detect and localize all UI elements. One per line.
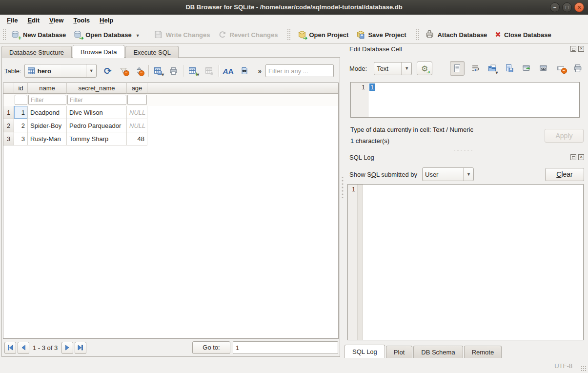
clear-sort-button[interactable]: − <box>133 64 145 77</box>
auto-apply-button[interactable]: ⚙ ➜ <box>417 62 432 75</box>
cell-name[interactable]: Rusty-Man <box>28 132 67 145</box>
resize-grip-icon[interactable] <box>581 366 587 372</box>
first-page-button[interactable] <box>4 342 16 354</box>
sort-clear-icon: − <box>136 67 142 75</box>
column-header-age[interactable]: age <box>127 83 147 94</box>
sql-log-content[interactable] <box>363 185 583 340</box>
import-cell-button[interactable]: ▼ <box>486 62 499 75</box>
set-null-button[interactable]: − <box>554 62 567 75</box>
menu-tools[interactable]: Tools <box>68 16 95 25</box>
cell-id[interactable]: 3 <box>14 132 28 145</box>
new-record-button[interactable]: + ▼ <box>186 64 199 77</box>
tab-database-structure[interactable]: Database Structure <box>1 46 72 58</box>
open-project-button[interactable]: ➜ Open Project <box>294 28 353 41</box>
cell-id[interactable]: 1 <box>14 106 28 119</box>
new-database-button[interactable]: + New Database <box>7 28 70 41</box>
cell-age[interactable]: NULL <box>127 119 147 132</box>
write-changes-button[interactable]: Write Changes <box>150 28 214 41</box>
next-page-button[interactable] <box>61 342 73 354</box>
filter-input-age[interactable] <box>127 95 147 105</box>
maximize-button[interactable]: □ <box>562 2 572 12</box>
cell-id[interactable]: 2 <box>14 119 28 132</box>
column-header-name[interactable]: name <box>28 83 67 94</box>
cell-age[interactable]: NULL <box>127 106 147 119</box>
clear-log-button[interactable]: Clear <box>545 168 584 181</box>
save-project-button[interactable]: Save Project <box>352 28 410 41</box>
open-database-dropdown-icon[interactable]: ▼ <box>136 33 140 39</box>
close-database-button[interactable]: ✖ Close Database <box>491 28 555 41</box>
set-null-icon: − <box>557 64 565 72</box>
float-dock-icon[interactable] <box>570 154 576 160</box>
menu-view[interactable]: View <box>44 16 68 25</box>
document-icon <box>453 64 462 73</box>
next-page-icon <box>64 345 70 351</box>
row-number[interactable]: 2 <box>3 119 14 132</box>
close-button[interactable]: ✕ <box>574 2 584 12</box>
tab-db-schema[interactable]: DB Schema <box>413 346 463 358</box>
close-dock-icon[interactable]: ✕ <box>578 46 584 52</box>
tab-sql-log[interactable]: SQL Log <box>345 345 385 358</box>
filter-input-name[interactable] <box>28 95 66 105</box>
close-dock-icon[interactable]: ✕ <box>578 154 584 160</box>
cell-age[interactable]: 48 <box>127 132 147 145</box>
cell-editor-content[interactable]: 1 <box>368 83 376 117</box>
tab-browse-data[interactable]: Browse Data <box>73 45 124 58</box>
minimize-button[interactable]: − <box>550 2 560 12</box>
filter-any-input[interactable] <box>265 64 334 77</box>
cell-editor[interactable]: 1 1 <box>350 82 580 118</box>
mode-label: Mode: <box>349 65 367 72</box>
vertical-splitter[interactable] <box>341 177 344 198</box>
corner-header[interactable] <box>3 83 14 94</box>
attach-database-button[interactable]: Attach Database <box>422 28 491 41</box>
menu-edit[interactable]: Edit <box>22 16 44 25</box>
cell-name[interactable]: Spider-Boy <box>28 119 67 132</box>
open-external-button[interactable] <box>520 62 533 75</box>
revert-changes-button[interactable]: Revert Changes <box>214 28 282 41</box>
float-dock-icon[interactable] <box>570 46 576 52</box>
print-table-button[interactable] <box>167 64 180 77</box>
row-number[interactable]: 3 <box>3 132 14 145</box>
cell-secret-name[interactable]: Tommy Sharp <box>67 132 127 145</box>
last-page-button[interactable] <box>75 342 86 354</box>
export-cell-button[interactable] <box>503 62 516 75</box>
tab-remote[interactable]: Remote <box>464 346 502 358</box>
toolbar-grip[interactable] <box>2 29 6 41</box>
find-button[interactable] <box>238 64 250 77</box>
toolbar-grip[interactable] <box>287 29 290 41</box>
delete-record-button[interactable] <box>203 64 216 77</box>
tab-execute-sql[interactable]: Execute SQL <box>125 46 179 58</box>
word-wrap-button[interactable] <box>469 62 482 75</box>
column-header-secret-name[interactable]: secret_name <box>67 83 127 94</box>
goto-button[interactable]: Go to: <box>192 341 230 354</box>
cell-secret-name[interactable]: Pedro Parqueador <box>67 119 127 132</box>
column-header-id[interactable]: id <box>14 83 28 94</box>
print-cell-button[interactable] <box>571 62 584 75</box>
text-mode-button[interactable] <box>450 61 465 76</box>
refresh-button[interactable]: ⟳ <box>101 64 114 77</box>
sql-source-select[interactable]: User ▼ <box>422 167 474 181</box>
menu-help[interactable]: Help <box>95 16 118 25</box>
cell-name[interactable]: Deadpond <box>28 106 67 119</box>
filter-input-secret-name[interactable] <box>67 95 126 105</box>
tab-plot[interactable]: Plot <box>386 346 412 358</box>
filter-input-id[interactable] <box>15 95 27 105</box>
format-button[interactable]: AA <box>222 64 235 77</box>
font-format-icon: AA <box>223 67 234 75</box>
open-database-button[interactable]: ➜ Open Database ▼ <box>70 28 144 41</box>
mode-select[interactable]: Text ▼ <box>374 62 412 75</box>
toolbar-overflow-chevron[interactable]: » <box>258 67 262 75</box>
table-select[interactable]: hero ▼ <box>24 64 97 78</box>
save-table-button[interactable]: ▼ <box>152 64 164 77</box>
previous-page-button[interactable] <box>18 342 29 354</box>
goto-input[interactable] <box>233 341 338 354</box>
horizontal-splitter[interactable] <box>453 149 474 152</box>
selected-text: 1 <box>369 83 375 91</box>
clear-filters-button[interactable]: − <box>117 64 130 77</box>
toolbar-grip[interactable] <box>416 29 419 41</box>
copy-link-button[interactable] <box>537 62 550 75</box>
apply-button[interactable]: Apply <box>545 129 584 143</box>
row-number[interactable]: 1 <box>3 106 14 119</box>
sql-log-area[interactable]: 1 <box>347 184 584 340</box>
menu-file[interactable]: File <box>2 16 22 25</box>
cell-secret-name[interactable]: Dive Wilson <box>67 106 127 119</box>
